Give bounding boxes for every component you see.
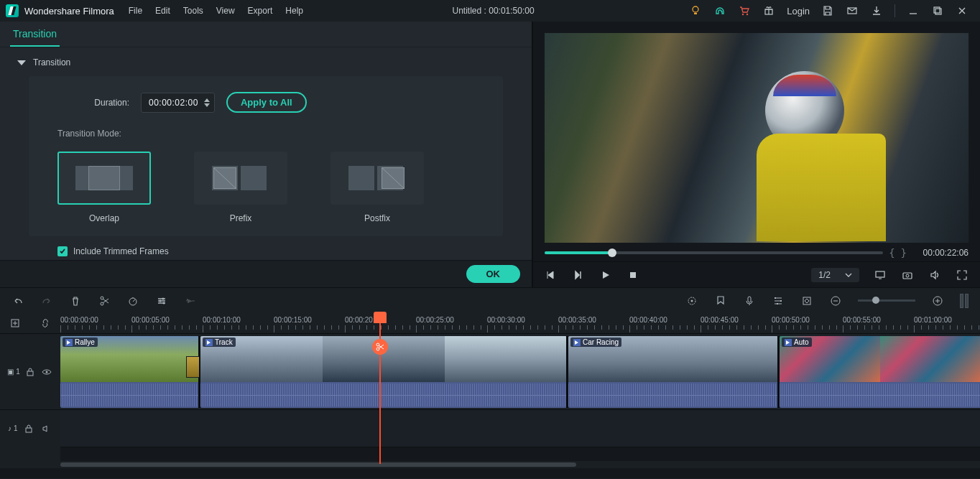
maximize-icon[interactable]: [931, 4, 944, 17]
gift-icon[interactable]: [762, 4, 775, 17]
mode-postfix[interactable]: Postfix: [330, 152, 424, 223]
delete-icon[interactable]: [69, 294, 82, 307]
record-voiceover-icon[interactable]: [743, 294, 756, 307]
menu-edit[interactable]: Edit: [155, 6, 170, 16]
preview-timecode: 00:00:22:06: [912, 248, 969, 258]
collapse-triangle-icon[interactable]: [17, 60, 26, 65]
mixer-icon[interactable]: [772, 294, 785, 307]
duration-value[interactable]: 00:00:02:00: [149, 98, 198, 108]
preview-viewport[interactable]: [545, 33, 969, 243]
timeline-scrollbar[interactable]: [0, 461, 980, 468]
svg-rect-6: [935, 9, 941, 14]
keyframe-icon[interactable]: [800, 294, 813, 307]
timeline-toolbar: [0, 287, 980, 313]
playhead-scissors-icon[interactable]: [372, 339, 388, 355]
speed-icon[interactable]: [126, 294, 139, 307]
link-icon[interactable]: [39, 317, 52, 330]
render-icon[interactable]: [685, 294, 698, 307]
duration-input[interactable]: 00:00:02:00: [141, 93, 215, 113]
ruler-mark: 00:01:00:00: [914, 316, 979, 332]
playhead-handle-icon[interactable]: [374, 312, 387, 323]
volume-icon[interactable]: [928, 269, 941, 282]
fullscreen-icon[interactable]: [956, 269, 969, 282]
speaker-icon[interactable]: [40, 422, 52, 435]
spinner-down-icon[interactable]: [204, 103, 210, 107]
mode-overlap[interactable]: Overlap: [57, 152, 151, 223]
snapshot-icon[interactable]: [901, 269, 914, 282]
tab-transition[interactable]: Transition: [10, 22, 60, 47]
clip[interactable]: Auto: [780, 336, 980, 408]
zoom-slider[interactable]: [858, 299, 915, 302]
svg-point-18: [691, 299, 693, 302]
menu-help[interactable]: Help: [285, 6, 303, 16]
redo-icon[interactable]: [40, 294, 53, 307]
display-icon[interactable]: [874, 269, 887, 282]
mail-icon[interactable]: [846, 4, 859, 17]
tracks-body[interactable]: RallyeTrackCar RacingAuto: [60, 333, 980, 461]
headphones-icon[interactable]: [713, 4, 726, 17]
progress-bar[interactable]: [545, 251, 883, 254]
chevron-down-icon: [845, 271, 852, 279]
include-trimmed-checkbox[interactable]: [57, 246, 68, 256]
clip-label: Rallye: [63, 338, 98, 347]
crop-adjust-icon[interactable]: [155, 294, 168, 307]
menu-export[interactable]: Export: [248, 6, 273, 16]
include-trimmed-row[interactable]: Include Trimmed Frames: [0, 239, 532, 256]
brace-open-icon[interactable]: {: [889, 247, 895, 259]
lightbulb-icon[interactable]: [689, 4, 702, 17]
stop-button[interactable]: [627, 269, 639, 282]
download-icon[interactable]: [870, 4, 883, 17]
menu-file[interactable]: File: [129, 6, 142, 16]
lock-icon[interactable]: [24, 366, 37, 378]
close-icon[interactable]: [956, 4, 969, 17]
zoom-in-icon[interactable]: [931, 294, 944, 307]
cart-icon[interactable]: [738, 4, 751, 17]
audio-wave-icon[interactable]: [184, 294, 197, 307]
clip[interactable]: Rallye: [60, 336, 199, 408]
lock-icon[interactable]: [22, 422, 35, 435]
marker-icon[interactable]: [714, 294, 727, 307]
play-button[interactable]: [599, 269, 612, 282]
app-logo-icon: [6, 4, 19, 17]
prev-frame-button[interactable]: [545, 269, 558, 282]
login-link[interactable]: Login: [787, 6, 810, 17]
mode-prefix[interactable]: Prefix: [194, 152, 287, 223]
zoom-out-icon[interactable]: [829, 294, 842, 307]
section-header[interactable]: Transition: [0, 47, 532, 73]
preview-page-selector[interactable]: 1/2: [811, 268, 859, 282]
svg-point-2: [746, 14, 748, 15]
menu-tools[interactable]: Tools: [183, 6, 203, 16]
zoom-thumb[interactable]: [872, 297, 879, 304]
progress-thumb[interactable]: [608, 248, 616, 257]
audio-track[interactable]: [60, 409, 980, 447]
transition-settings: Duration: 00:00:02:00 Apply to All Trans…: [29, 76, 503, 236]
playhead[interactable]: [379, 313, 381, 464]
play-pause-button[interactable]: [572, 269, 585, 282]
svg-point-10: [906, 274, 909, 277]
svg-rect-9: [903, 273, 912, 279]
apply-to-all-button[interactable]: Apply to All: [226, 92, 307, 113]
ok-button[interactable]: OK: [466, 265, 521, 283]
spinner-up-icon[interactable]: [204, 98, 210, 102]
menu-view[interactable]: View: [216, 6, 235, 16]
video-track[interactable]: RallyeTrackCar RacingAuto: [60, 333, 980, 409]
panel-tabs: Transition: [0, 22, 532, 47]
split-scissors-icon[interactable]: [98, 294, 111, 307]
duration-label: Duration:: [57, 98, 129, 108]
scrollbar-thumb[interactable]: [60, 462, 576, 467]
ruler-mark: 00:00:30:00: [487, 316, 553, 332]
brace-close-icon[interactable]: }: [901, 247, 907, 259]
minimize-icon[interactable]: [907, 4, 920, 17]
eye-icon[interactable]: [40, 366, 53, 378]
mode-postfix-thumb: [330, 152, 424, 205]
audio-track-label: ♪ 1: [8, 424, 17, 432]
document-title: Untitled : 00:01:50:00: [303, 6, 683, 16]
ruler-mark: 00:00:35:00: [558, 316, 624, 332]
add-track-icon[interactable]: [9, 317, 22, 330]
time-ruler[interactable]: 00:00:00:0000:00:05:0000:00:10:0000:00:1…: [60, 313, 980, 333]
clip-label: Track: [203, 338, 236, 347]
save-icon[interactable]: [821, 4, 834, 17]
track-meter-icon[interactable]: [960, 294, 969, 308]
undo-icon[interactable]: [11, 294, 24, 307]
clip[interactable]: Car Racing: [568, 336, 778, 408]
